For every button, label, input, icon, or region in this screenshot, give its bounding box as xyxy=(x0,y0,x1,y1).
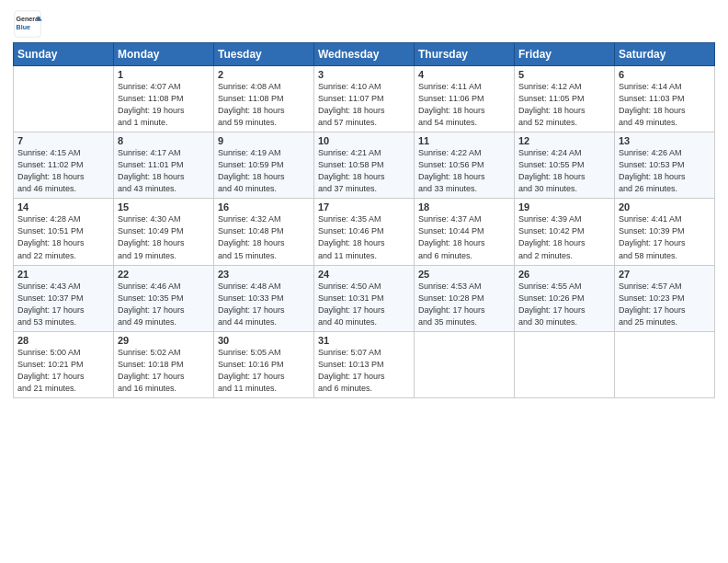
day-number: 2 xyxy=(218,69,310,80)
day-info: Sunrise: 4:12 AM Sunset: 11:05 PM Daylig… xyxy=(518,81,610,129)
weekday-header-tuesday: Tuesday xyxy=(214,43,314,66)
calendar-cell: 3Sunrise: 4:10 AM Sunset: 11:07 PM Dayli… xyxy=(314,66,415,132)
day-info: Sunrise: 4:28 AM Sunset: 10:51 PM Daylig… xyxy=(17,213,109,261)
day-info: Sunrise: 4:22 AM Sunset: 10:56 PM Daylig… xyxy=(418,147,510,195)
calendar-cell: 26Sunrise: 4:55 AM Sunset: 10:26 PM Dayl… xyxy=(515,265,615,331)
calendar-cell: 21Sunrise: 4:43 AM Sunset: 10:37 PM Dayl… xyxy=(14,265,114,331)
day-info: Sunrise: 4:24 AM Sunset: 10:55 PM Daylig… xyxy=(518,147,610,195)
calendar-cell: 5Sunrise: 4:12 AM Sunset: 11:05 PM Dayli… xyxy=(515,66,615,132)
calendar-cell: 10Sunrise: 4:21 AM Sunset: 10:58 PM Dayl… xyxy=(314,132,415,199)
day-info: Sunrise: 4:17 AM Sunset: 11:01 PM Daylig… xyxy=(118,147,210,195)
day-number: 26 xyxy=(518,269,610,280)
day-number: 5 xyxy=(518,69,610,80)
svg-text:Blue: Blue xyxy=(17,24,30,31)
calendar-cell: 31Sunrise: 5:07 AM Sunset: 10:13 PM Dayl… xyxy=(314,331,415,397)
day-info: Sunrise: 4:48 AM Sunset: 10:33 PM Daylig… xyxy=(218,281,310,328)
day-number: 3 xyxy=(318,69,410,80)
day-number: 24 xyxy=(318,269,410,280)
calendar-week-row: 1Sunrise: 4:07 AM Sunset: 11:08 PM Dayli… xyxy=(14,66,715,132)
weekday-header-monday: Monday xyxy=(114,43,214,66)
day-info: Sunrise: 4:08 AM Sunset: 11:08 PM Daylig… xyxy=(218,81,310,129)
day-info: Sunrise: 4:46 AM Sunset: 10:35 PM Daylig… xyxy=(118,281,210,328)
calendar-cell xyxy=(515,331,615,397)
calendar-week-row: 14Sunrise: 4:28 AM Sunset: 10:51 PM Dayl… xyxy=(14,199,715,265)
day-number: 12 xyxy=(518,135,610,146)
day-number: 28 xyxy=(17,335,109,346)
svg-text:General: General xyxy=(17,16,41,23)
calendar-cell: 7Sunrise: 4:15 AM Sunset: 11:02 PM Dayli… xyxy=(14,132,114,199)
day-info: Sunrise: 4:39 AM Sunset: 10:42 PM Daylig… xyxy=(518,213,610,261)
calendar-cell: 25Sunrise: 4:53 AM Sunset: 10:28 PM Dayl… xyxy=(415,265,515,331)
header: General Blue xyxy=(13,9,715,39)
calendar-cell: 29Sunrise: 5:02 AM Sunset: 10:18 PM Dayl… xyxy=(114,331,214,397)
day-number: 19 xyxy=(518,201,610,213)
day-number: 6 xyxy=(619,69,711,80)
day-number: 31 xyxy=(318,335,410,346)
calendar-cell xyxy=(415,331,515,397)
day-info: Sunrise: 4:37 AM Sunset: 10:44 PM Daylig… xyxy=(418,213,510,261)
calendar-cell: 13Sunrise: 4:26 AM Sunset: 10:53 PM Dayl… xyxy=(615,132,715,199)
day-number: 16 xyxy=(218,201,310,213)
day-info: Sunrise: 4:10 AM Sunset: 11:07 PM Daylig… xyxy=(318,81,410,129)
day-info: Sunrise: 4:32 AM Sunset: 10:48 PM Daylig… xyxy=(218,213,310,261)
calendar-cell: 23Sunrise: 4:48 AM Sunset: 10:33 PM Dayl… xyxy=(214,265,314,331)
day-info: Sunrise: 4:19 AM Sunset: 10:59 PM Daylig… xyxy=(218,147,310,195)
day-number: 22 xyxy=(118,269,210,280)
day-info: Sunrise: 5:07 AM Sunset: 10:13 PM Daylig… xyxy=(318,347,410,395)
calendar-cell: 27Sunrise: 4:57 AM Sunset: 10:23 PM Dayl… xyxy=(615,265,715,331)
weekday-header-thursday: Thursday xyxy=(415,43,515,66)
weekday-header-sunday: Sunday xyxy=(14,43,114,66)
calendar-cell: 17Sunrise: 4:35 AM Sunset: 10:46 PM Dayl… xyxy=(314,199,415,265)
day-info: Sunrise: 4:07 AM Sunset: 11:08 PM Daylig… xyxy=(118,81,210,129)
day-number: 29 xyxy=(118,335,210,346)
day-info: Sunrise: 4:55 AM Sunset: 10:26 PM Daylig… xyxy=(518,281,610,328)
day-info: Sunrise: 4:50 AM Sunset: 10:31 PM Daylig… xyxy=(318,281,410,328)
calendar-cell: 22Sunrise: 4:46 AM Sunset: 10:35 PM Dayl… xyxy=(114,265,214,331)
day-number: 15 xyxy=(118,201,210,213)
day-number: 14 xyxy=(17,201,109,213)
calendar-cell: 8Sunrise: 4:17 AM Sunset: 11:01 PM Dayli… xyxy=(114,132,214,199)
calendar-cell: 11Sunrise: 4:22 AM Sunset: 10:56 PM Dayl… xyxy=(415,132,515,199)
day-number: 8 xyxy=(118,135,210,146)
day-number: 21 xyxy=(17,269,109,280)
calendar-cell: 9Sunrise: 4:19 AM Sunset: 10:59 PM Dayli… xyxy=(214,132,314,199)
logo: General Blue xyxy=(13,9,46,39)
day-number: 13 xyxy=(619,135,711,146)
day-info: Sunrise: 4:15 AM Sunset: 11:02 PM Daylig… xyxy=(17,147,109,195)
day-info: Sunrise: 4:35 AM Sunset: 10:46 PM Daylig… xyxy=(318,213,410,261)
calendar-cell: 16Sunrise: 4:32 AM Sunset: 10:48 PM Dayl… xyxy=(214,199,314,265)
weekday-header-saturday: Saturday xyxy=(615,43,715,66)
weekday-header-row: SundayMondayTuesdayWednesdayThursdayFrid… xyxy=(14,43,715,66)
day-info: Sunrise: 4:53 AM Sunset: 10:28 PM Daylig… xyxy=(418,281,510,328)
calendar-table: SundayMondayTuesdayWednesdayThursdayFrid… xyxy=(13,42,715,398)
calendar-cell: 28Sunrise: 5:00 AM Sunset: 10:21 PM Dayl… xyxy=(14,331,114,397)
day-number: 23 xyxy=(218,269,310,280)
calendar-week-row: 7Sunrise: 4:15 AM Sunset: 11:02 PM Dayli… xyxy=(14,132,715,199)
calendar-cell: 1Sunrise: 4:07 AM Sunset: 11:08 PM Dayli… xyxy=(114,66,214,132)
day-info: Sunrise: 5:05 AM Sunset: 10:16 PM Daylig… xyxy=(218,347,310,395)
calendar-cell xyxy=(14,66,114,132)
day-info: Sunrise: 5:02 AM Sunset: 10:18 PM Daylig… xyxy=(118,347,210,395)
calendar-week-row: 28Sunrise: 5:00 AM Sunset: 10:21 PM Dayl… xyxy=(14,331,715,397)
calendar-cell: 18Sunrise: 4:37 AM Sunset: 10:44 PM Dayl… xyxy=(415,199,515,265)
day-info: Sunrise: 4:11 AM Sunset: 11:06 PM Daylig… xyxy=(418,81,510,129)
day-number: 10 xyxy=(318,135,410,146)
calendar-cell: 6Sunrise: 4:14 AM Sunset: 11:03 PM Dayli… xyxy=(615,66,715,132)
calendar-cell: 24Sunrise: 4:50 AM Sunset: 10:31 PM Dayl… xyxy=(314,265,415,331)
day-number: 11 xyxy=(418,135,510,146)
day-info: Sunrise: 4:14 AM Sunset: 11:03 PM Daylig… xyxy=(619,81,711,129)
calendar-cell: 30Sunrise: 5:05 AM Sunset: 10:16 PM Dayl… xyxy=(214,331,314,397)
day-number: 30 xyxy=(218,335,310,346)
day-info: Sunrise: 4:43 AM Sunset: 10:37 PM Daylig… xyxy=(17,281,109,328)
day-number: 9 xyxy=(218,135,310,146)
calendar-cell xyxy=(615,331,715,397)
day-number: 27 xyxy=(619,269,711,280)
calendar-cell: 20Sunrise: 4:41 AM Sunset: 10:39 PM Dayl… xyxy=(615,199,715,265)
calendar-cell: 12Sunrise: 4:24 AM Sunset: 10:55 PM Dayl… xyxy=(515,132,615,199)
day-info: Sunrise: 5:00 AM Sunset: 10:21 PM Daylig… xyxy=(17,347,109,395)
day-info: Sunrise: 4:30 AM Sunset: 10:49 PM Daylig… xyxy=(118,213,210,261)
day-number: 4 xyxy=(418,69,510,80)
day-info: Sunrise: 4:21 AM Sunset: 10:58 PM Daylig… xyxy=(318,147,410,195)
weekday-header-wednesday: Wednesday xyxy=(314,43,415,66)
day-info: Sunrise: 4:41 AM Sunset: 10:39 PM Daylig… xyxy=(619,213,711,261)
